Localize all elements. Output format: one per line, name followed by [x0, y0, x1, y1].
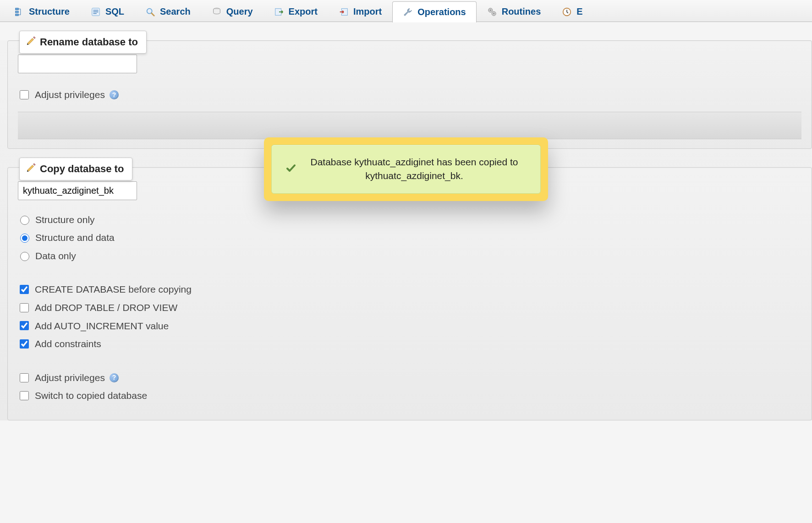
- notice-inner: Database kythuatc_azdiginet has been cop…: [271, 145, 541, 194]
- chk-create-db[interactable]: [20, 285, 29, 294]
- export-icon: [274, 7, 284, 17]
- rename-action-bar: [18, 112, 801, 139]
- wrench-icon: [403, 7, 413, 17]
- tab-label: Routines: [502, 6, 541, 17]
- radio-data-only-label: Data only: [35, 248, 76, 264]
- import-icon: [339, 7, 349, 17]
- gears-icon: [487, 7, 497, 17]
- tab-import[interactable]: Import: [328, 1, 392, 22]
- structure-icon: [14, 7, 24, 17]
- rename-database-panel: Rename database to Adjust privileges ?: [7, 40, 812, 149]
- search-icon: [145, 7, 155, 17]
- svg-rect-2: [16, 14, 18, 16]
- notice-message: Database kythuatc_azdiginet has been cop…: [302, 155, 527, 183]
- svg-point-10: [490, 9, 491, 11]
- copy-database-panel: Copy database to Structure only Structur…: [7, 167, 812, 420]
- chk-auto-increment[interactable]: [20, 321, 29, 330]
- radio-data-only[interactable]: [20, 252, 29, 261]
- svg-rect-0: [16, 8, 18, 10]
- clock-icon: [562, 7, 572, 17]
- tab-operations[interactable]: Operations: [392, 1, 477, 22]
- chk-switch-to-copied[interactable]: [20, 391, 29, 400]
- rename-input[interactable]: [18, 54, 137, 73]
- content-area: Rename database to Adjust privileges ? C…: [0, 40, 812, 420]
- tab-label: Structure: [29, 6, 70, 17]
- chk-switch-to-copied-label: Switch to copied database: [35, 388, 147, 403]
- tab-structure[interactable]: Structure: [4, 1, 80, 22]
- copy-legend: Copy database to: [19, 158, 132, 180]
- chk-drop-table[interactable]: [20, 303, 29, 312]
- rename-legend: Rename database to: [19, 31, 147, 54]
- query-icon: [212, 7, 222, 17]
- rename-adjust-privileges-checkbox[interactable]: [20, 90, 29, 99]
- tab-sql[interactable]: SQL: [80, 1, 135, 22]
- tab-routines[interactable]: Routines: [477, 1, 552, 22]
- tab-label: Operations: [417, 7, 466, 17]
- chk-auto-increment-label: Add AUTO_INCREMENT value: [35, 318, 169, 334]
- tab-label: SQL: [105, 6, 124, 17]
- chk-copy-adjust-privileges-label: Adjust privileges: [35, 370, 105, 386]
- chk-drop-table-label: Add DROP TABLE / DROP VIEW: [35, 300, 177, 316]
- tab-label: E: [576, 6, 582, 17]
- help-icon[interactable]: ?: [110, 90, 119, 99]
- sql-icon: [91, 7, 101, 17]
- tab-query[interactable]: Query: [201, 1, 263, 22]
- tab-label: Search: [160, 6, 191, 17]
- check-icon: [285, 163, 296, 176]
- tab-label: Query: [226, 6, 253, 17]
- copy-dbname-input[interactable]: [18, 181, 137, 200]
- help-icon[interactable]: ?: [110, 373, 119, 382]
- success-notice: Database kythuatc_azdiginet has been cop…: [264, 137, 548, 201]
- radio-structure-only[interactable]: [20, 216, 29, 225]
- radio-structure-and-data-label: Structure and data: [35, 230, 115, 245]
- rename-adjust-privileges-label: Adjust privileges: [35, 87, 105, 103]
- tab-label: Export: [289, 6, 318, 17]
- pencil-icon: [26, 163, 36, 175]
- radio-structure-only-label: Structure only: [35, 212, 95, 228]
- radio-structure-and-data[interactable]: [20, 234, 29, 243]
- svg-rect-1: [16, 11, 18, 13]
- svg-point-11: [493, 13, 494, 14]
- chk-copy-adjust-privileges[interactable]: [20, 373, 29, 382]
- tab-export[interactable]: Export: [263, 1, 328, 22]
- chk-constraints-label: Add constraints: [35, 336, 101, 352]
- chk-constraints[interactable]: [20, 339, 29, 349]
- top-tabs: Structure SQL Search Query Export Import: [0, 0, 812, 22]
- tab-search[interactable]: Search: [135, 1, 201, 22]
- tab-events[interactable]: E: [551, 1, 593, 22]
- tab-label: Import: [353, 6, 382, 17]
- chk-create-db-label: CREATE DATABASE before copying: [35, 282, 192, 297]
- pencil-icon: [26, 36, 36, 49]
- rename-legend-text: Rename database to: [40, 36, 138, 48]
- copy-legend-text: Copy database to: [40, 163, 124, 175]
